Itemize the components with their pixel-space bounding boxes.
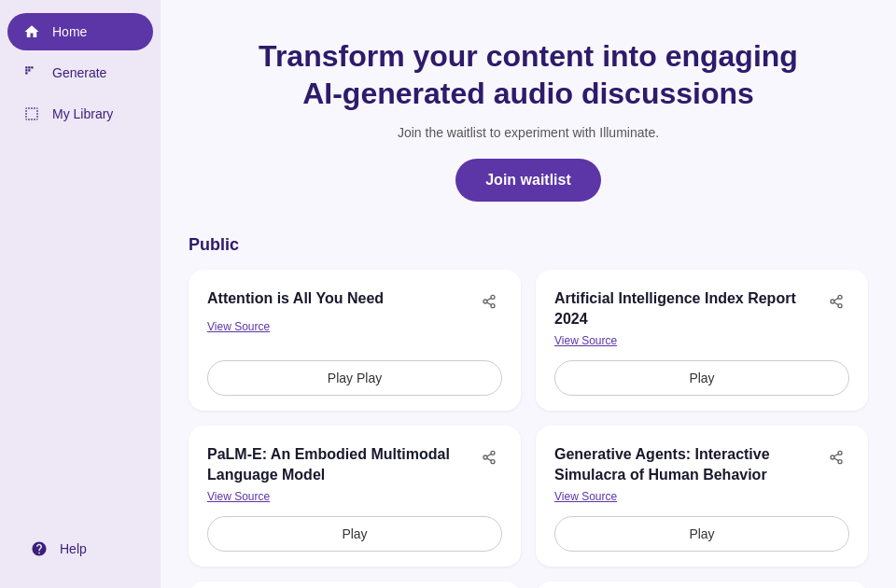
- sidebar-item-generate-label: Generate: [52, 65, 106, 80]
- play-button[interactable]: Play: [554, 516, 849, 552]
- share-icon[interactable]: [476, 288, 502, 315]
- svg-line-20: [487, 455, 492, 457]
- sidebar-item-library-label: My Library: [52, 106, 113, 121]
- svg-point-18: [491, 460, 495, 464]
- sidebar-item-help[interactable]: Help: [15, 530, 146, 567]
- svg-point-17: [483, 455, 487, 459]
- svg-point-6: [491, 295, 495, 299]
- svg-rect-4: [28, 69, 30, 71]
- svg-line-24: [834, 458, 839, 461]
- svg-point-13: [838, 304, 842, 308]
- svg-line-14: [834, 302, 839, 305]
- card-header: Artificial Intelligence Index Report 202…: [554, 288, 849, 329]
- view-source-link[interactable]: View Source: [207, 320, 502, 333]
- svg-rect-1: [28, 66, 30, 68]
- card-header: Generative Agents: Interactive Simulacra…: [554, 444, 849, 484]
- svg-rect-5: [25, 72, 27, 74]
- svg-line-19: [487, 458, 492, 461]
- sidebar-item-generate[interactable]: Generate: [7, 54, 153, 91]
- card-title: Generative Agents: Interactive Simulacra…: [554, 444, 823, 484]
- share-icon[interactable]: [476, 444, 502, 470]
- view-source-link[interactable]: View Source: [554, 334, 849, 347]
- view-source-link[interactable]: View Source: [207, 490, 502, 503]
- play-button[interactable]: Play: [554, 360, 849, 396]
- svg-line-10: [487, 298, 492, 301]
- svg-line-25: [834, 455, 839, 457]
- cards-grid: Attention is All You Need View Source Pl…: [189, 270, 868, 588]
- card-header: PaLM-E: An Embodied Multimodal Language …: [207, 444, 502, 484]
- svg-point-23: [838, 460, 842, 464]
- public-section-label: Public: [189, 235, 239, 255]
- sidebar: Home Generate My Library Help: [0, 0, 161, 588]
- share-icon[interactable]: [823, 444, 849, 470]
- card-attention: Attention is All You Need View Source Pl…: [189, 270, 521, 411]
- card-header: Attention is All You Need: [207, 288, 502, 315]
- main-content: Transform your content into engaging AI-…: [161, 0, 896, 588]
- join-waitlist-button[interactable]: Join waitlist: [455, 159, 601, 202]
- play-button[interactable]: Play Play: [207, 360, 502, 396]
- generate-icon: [22, 63, 41, 82]
- card-title: Attention is All You Need: [207, 288, 476, 309]
- hero-subtitle: Join the waitlist to experiment with Ill…: [398, 125, 659, 140]
- card-agi-levels: Position: Levels of AGI for Operationali…: [536, 581, 868, 588]
- svg-point-12: [831, 300, 834, 303]
- svg-point-7: [483, 300, 487, 303]
- card-title: Artificial Intelligence Index Report 202…: [554, 288, 823, 329]
- svg-line-15: [834, 298, 839, 301]
- card-title: PaLM-E: An Embodied Multimodal Language …: [207, 444, 476, 484]
- sidebar-help-label: Help: [60, 541, 87, 556]
- play-button[interactable]: Play: [207, 516, 502, 552]
- svg-point-11: [838, 295, 842, 299]
- sidebar-item-home[interactable]: Home: [7, 13, 153, 50]
- view-source-link[interactable]: View Source: [554, 490, 849, 503]
- share-icon[interactable]: [823, 288, 849, 315]
- card-ai-index: Artificial Intelligence Index Report 202…: [536, 270, 868, 411]
- home-icon: [22, 22, 41, 41]
- svg-point-21: [838, 452, 842, 455]
- svg-rect-2: [31, 66, 33, 68]
- hero-title: Transform your content into engaging AI-…: [239, 37, 818, 112]
- svg-line-9: [487, 302, 492, 305]
- help-icon: [30, 539, 49, 558]
- sidebar-item-home-label: Home: [52, 24, 87, 39]
- sidebar-bottom: Help: [0, 521, 161, 577]
- svg-rect-0: [25, 66, 27, 68]
- library-icon: [22, 105, 41, 123]
- svg-point-16: [491, 452, 495, 455]
- card-llm-clinical: Large Language Models Encode Clinical Kn…: [189, 581, 521, 588]
- sidebar-item-my-library[interactable]: My Library: [7, 95, 153, 133]
- card-palm-e: PaLM-E: An Embodied Multimodal Language …: [189, 426, 521, 567]
- svg-point-8: [491, 304, 495, 308]
- card-generative-agents: Generative Agents: Interactive Simulacra…: [536, 426, 868, 567]
- svg-point-22: [831, 455, 834, 459]
- svg-rect-3: [25, 69, 27, 71]
